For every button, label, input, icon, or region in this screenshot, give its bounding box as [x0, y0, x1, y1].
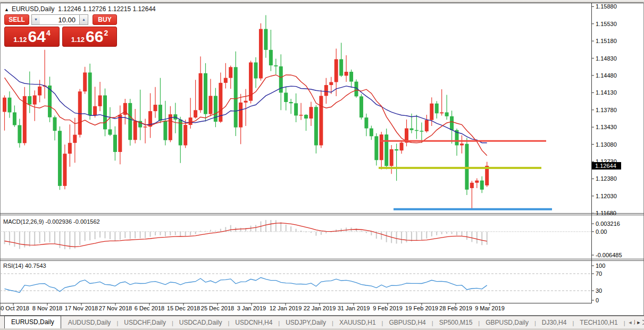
buy-button[interactable]: BUY — [93, 14, 117, 25]
svg-text:0: 0 — [596, 297, 599, 303]
svg-text:17 Nov 2018: 17 Nov 2018 — [65, 305, 98, 311]
svg-text:9 Feb 2019: 9 Feb 2019 — [373, 305, 403, 311]
tab-usdjpy-daily[interactable]: USDJPY,Daily — [280, 317, 332, 328]
tab-scroll-right-button[interactable]: ► — [635, 318, 642, 327]
one-click-trade-widget: SELL ▼ ▲ BUY 1.12 64 4 1.12 66 2 — [4, 14, 117, 47]
tab-tech100-h1[interactable]: TECH100,H1 — [574, 317, 623, 328]
svg-text:1.11680: 1.11680 — [596, 210, 616, 216]
svg-text:70: 70 — [596, 270, 602, 277]
rsi-value: 40.7543 — [25, 263, 46, 269]
chart-canvas[interactable]: 1.158801.155301.151801.148301.144801.141… — [0, 0, 644, 330]
symbol-marker-icon: ▲ — [4, 7, 9, 12]
rsi-indicator-label: RSI(14) 40.7543 — [3, 263, 46, 269]
svg-text:15 Dec 2018: 15 Dec 2018 — [167, 305, 200, 311]
tab-usdcnh-h4[interactable]: USDCNH,H4 — [229, 317, 278, 328]
svg-text:1.14130: 1.14130 — [596, 89, 617, 96]
svg-text:1.14830: 1.14830 — [596, 55, 617, 62]
svg-text:1.12380: 1.12380 — [596, 175, 617, 182]
svg-text:0.00: 0.00 — [596, 229, 607, 235]
svg-text:6 Dec 2018: 6 Dec 2018 — [135, 305, 164, 311]
tab-usdchf-daily[interactable]: USDCHF,Daily — [118, 317, 172, 328]
svg-text:30: 30 — [596, 287, 602, 294]
svg-text:31 Jan 2019: 31 Jan 2019 — [338, 305, 370, 311]
buy-price-big: 66 — [86, 29, 103, 45]
svg-text:1.14480: 1.14480 — [596, 72, 617, 79]
svg-text:1.13780: 1.13780 — [596, 107, 617, 113]
current-price-badge: 1.12644 — [592, 162, 621, 170]
volume-increase-button[interactable]: ▲ — [79, 14, 88, 25]
svg-text:1.12644: 1.12644 — [595, 163, 616, 169]
svg-text:1.15880: 1.15880 — [596, 3, 617, 10]
mt4-chart-window: 1.158801.155301.151801.148301.144801.141… — [0, 0, 644, 330]
symbol-name: EURUSD,Daily — [12, 5, 55, 13]
macd-indicator-label: MACD(12,26,9) -0.002936 -0.001562 — [3, 218, 100, 225]
tab-sp500-m15[interactable]: SP500,M15 — [433, 317, 479, 328]
svg-text:100: 100 — [596, 263, 605, 269]
svg-text:28 Feb 2019: 28 Feb 2019 — [439, 305, 472, 311]
volume-input[interactable] — [40, 14, 80, 25]
sell-button[interactable]: SELL — [4, 14, 29, 25]
tab-scroll-left-button[interactable]: ◄ — [626, 318, 634, 327]
chart-tab-bar: EURUSD,DailyAUDUSD,Daily|USDCHF,Daily|US… — [0, 316, 644, 328]
buy-price-prefix: 1.12 — [71, 36, 85, 44]
tab-eurusd-daily[interactable]: EURUSD,Daily — [4, 316, 61, 328]
tab-dj30-h4[interactable]: DJ30,H4 — [536, 317, 573, 328]
svg-text:0.003216: 0.003216 — [596, 221, 620, 227]
svg-text:8 Nov 2018: 8 Nov 2018 — [32, 305, 62, 311]
svg-text:30 Oct 2018: 30 Oct 2018 — [0, 305, 29, 311]
buy-price-pip: 2 — [104, 29, 108, 37]
svg-text:1.13080: 1.13080 — [596, 141, 617, 148]
macd-values: -0.002936 -0.001562 — [45, 218, 99, 225]
svg-text:1.12030: 1.12030 — [596, 193, 617, 199]
svg-text:22 Jan 2019: 22 Jan 2019 — [304, 305, 336, 311]
symbol-ohlc-header: ▲EURUSD,Daily 1.12246 1.12726 1.12215 1.… — [4, 5, 156, 13]
buy-price-box[interactable]: 1.12 66 2 — [62, 27, 117, 47]
sell-price-pip: 4 — [46, 29, 51, 37]
svg-text:1.13430: 1.13430 — [596, 124, 617, 130]
svg-text:19 Feb 2019: 19 Feb 2019 — [405, 305, 438, 311]
sell-price-prefix: 1.12 — [13, 36, 27, 44]
svg-text:27 Nov 2018: 27 Nov 2018 — [99, 305, 132, 311]
volume-decrease-button[interactable]: ▼ — [31, 14, 40, 25]
svg-text:12 Jan 2019: 12 Jan 2019 — [270, 305, 302, 311]
svg-text:1.15530: 1.15530 — [596, 21, 617, 27]
symbol-ohlc-values: 1.12246 1.12726 1.12215 1.12644 — [58, 5, 156, 13]
svg-text:3 Jan 2019: 3 Jan 2019 — [237, 305, 266, 311]
svg-text:25 Dec 2018: 25 Dec 2018 — [201, 305, 234, 311]
tab-gbpusd-h4[interactable]: GBPUSD,H4 — [383, 317, 431, 328]
svg-text:9 Mar 2019: 9 Mar 2019 — [475, 305, 505, 311]
tab-audusd-daily[interactable]: AUDUSD,Daily — [62, 317, 117, 328]
sell-price-box[interactable]: 1.12 64 4 — [4, 27, 60, 47]
tab-gbpusd-daily[interactable]: GBPUSD,Daily — [480, 317, 534, 328]
svg-text:-0.006485: -0.006485 — [596, 252, 622, 258]
tab-usdcad-daily[interactable]: USDCAD,Daily — [173, 317, 228, 328]
svg-text:1.15180: 1.15180 — [596, 38, 617, 44]
tab-xauusd-h1[interactable]: XAUUSD,H1 — [333, 317, 382, 328]
sell-price-big: 64 — [28, 29, 46, 45]
